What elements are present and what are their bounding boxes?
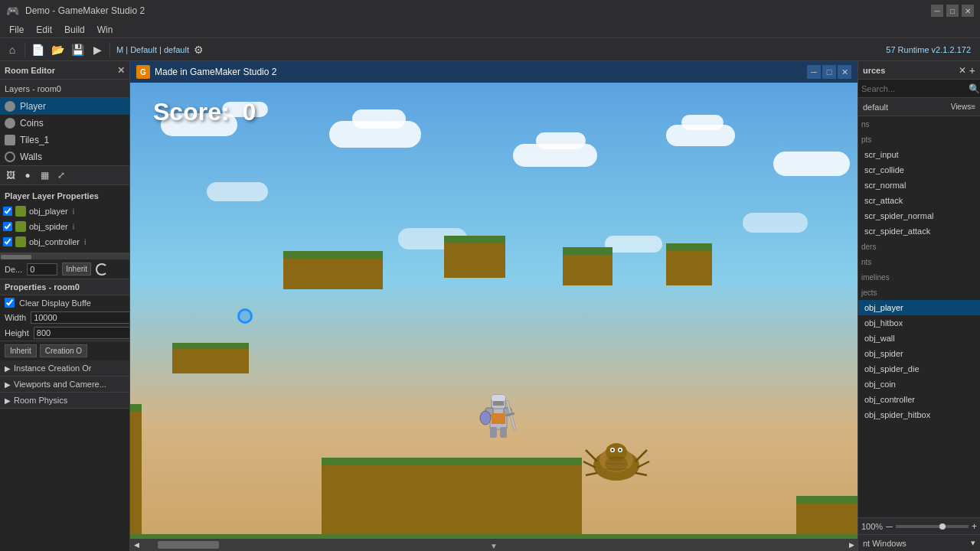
- resource-scr-normal[interactable]: scr_normal: [858, 178, 980, 193]
- layer-path-button[interactable]: ⤢: [54, 168, 69, 183]
- resource-obj-player[interactable]: obj_player: [858, 300, 980, 315]
- views-label: default: [863, 103, 888, 112]
- h-scrollbar[interactable]: [0, 253, 129, 259]
- resource-obj-wall[interactable]: obj_wall: [858, 331, 980, 346]
- instance-controller-checkbox[interactable]: [3, 237, 12, 246]
- resources-add-button[interactable]: +: [969, 64, 975, 77]
- resources-close-button[interactable]: ✕: [959, 65, 966, 76]
- search-input[interactable]: [861, 84, 967, 93]
- scroll-thumb: [158, 541, 219, 549]
- refresh-icon[interactable]: [96, 263, 108, 276]
- gms-close-btn[interactable]: ✕: [838, 65, 851, 79]
- zoom-plus-button[interactable]: +: [972, 521, 977, 532]
- layer-player[interactable]: Player: [0, 98, 129, 115]
- player-sprite: [475, 381, 521, 442]
- resource-obj-hitbox[interactable]: obj_hitbox: [858, 315, 980, 331]
- layer-tile-button[interactable]: ▦: [37, 168, 52, 183]
- layer-circle-button[interactable]: ●: [20, 168, 35, 183]
- recent-windows[interactable]: nt Windows ▾: [858, 534, 980, 551]
- instance-spider-icon: [15, 221, 26, 232]
- height-row: Height: [0, 325, 129, 341]
- new-button[interactable]: 📄: [28, 41, 47, 59]
- resource-scr-collide[interactable]: scr_collide: [858, 162, 980, 178]
- resource-obj-spider-die[interactable]: obj_spider_die: [858, 361, 980, 377]
- svg-point-18: [619, 449, 622, 452]
- menu-build[interactable]: Build: [58, 21, 91, 37]
- gms-maximize-btn[interactable]: □: [822, 65, 836, 79]
- views-row[interactable]: default Views≡: [858, 98, 980, 116]
- resource-scr-spider-normal[interactable]: scr_spider_normal: [858, 208, 980, 223]
- instance-player-checkbox[interactable]: [3, 207, 12, 216]
- spider-enemy: [582, 431, 643, 477]
- center-panel: G Made in GameMaker Studio 2 ─ □ ✕: [130, 61, 858, 551]
- scroll-indicator[interactable]: ▼: [475, 540, 513, 551]
- room-physics-row[interactable]: ▶ Room Physics: [0, 393, 129, 409]
- recent-windows-label: nt Windows: [863, 539, 906, 548]
- score-value: 0: [242, 98, 256, 126]
- game-scene: Score: 0: [130, 83, 858, 551]
- zoom-slider[interactable]: [896, 525, 969, 528]
- close-button[interactable]: ✕: [962, 5, 974, 17]
- save-button[interactable]: 💾: [68, 41, 87, 59]
- instance-spider-checkbox[interactable]: [3, 222, 12, 231]
- room-editor-close[interactable]: ✕: [117, 65, 125, 76]
- width-label: Width: [5, 313, 26, 322]
- open-button[interactable]: 📂: [48, 41, 67, 59]
- width-input[interactable]: [31, 311, 130, 324]
- resource-section-objects: jects: [858, 285, 980, 300]
- scroll-right-button[interactable]: ▶: [845, 539, 858, 551]
- instance-row-controller: obj_controller i: [0, 234, 129, 249]
- score-display: Score: 0: [153, 98, 256, 126]
- layer-walls[interactable]: Walls: [0, 148, 129, 165]
- resource-scr-attack[interactable]: scr_attack: [858, 193, 980, 208]
- inherit-button[interactable]: Inherit: [62, 262, 91, 276]
- instance-player-suffix: i: [73, 207, 74, 216]
- play-button[interactable]: ▶: [88, 41, 106, 59]
- menu-bar: File Edit Build Win: [0, 21, 980, 38]
- instance-creation-row[interactable]: ▶ Instance Creation Or: [0, 360, 129, 377]
- resource-obj-spider-hitbox[interactable]: obj_spider_hitbox: [858, 407, 980, 422]
- menu-win[interactable]: Win: [91, 21, 119, 37]
- zoom-minus-button[interactable]: ─: [886, 521, 893, 532]
- gms-win-controls: ─ □ ✕: [807, 65, 851, 79]
- depth-input[interactable]: 0: [27, 263, 57, 276]
- layer-walls-label: Walls: [20, 152, 42, 162]
- layer-player-icon: [5, 101, 15, 112]
- room-editor-header: Room Editor ✕: [0, 61, 129, 80]
- title-bar: 🎮 Demo - GameMaker Studio 2 ─ □ ✕: [0, 0, 980, 21]
- layer-coins[interactable]: Coins: [0, 115, 129, 132]
- minimize-button[interactable]: ─: [931, 5, 943, 17]
- resource-obj-coin[interactable]: obj_coin: [858, 377, 980, 392]
- settings-icon: ⚙: [194, 44, 204, 56]
- clear-display-checkbox[interactable]: [5, 298, 15, 308]
- inherit-room-button[interactable]: Inherit: [5, 344, 37, 357]
- depth-row: De... 0 Inherit: [0, 259, 129, 279]
- player-layer-title: Player Layer Properties: [0, 188, 129, 204]
- resource-obj-spider[interactable]: obj_spider: [858, 346, 980, 361]
- zoom-bar: 100% ─ +: [858, 517, 980, 534]
- resource-obj-controller[interactable]: obj_controller: [858, 392, 980, 407]
- home-button[interactable]: ⌂: [3, 41, 21, 59]
- viewports-row[interactable]: ▶ Viewports and Camere...: [0, 377, 129, 393]
- creation-button[interactable]: Creation O: [40, 344, 87, 357]
- menu-file[interactable]: File: [3, 21, 30, 37]
- resource-section-ders: ders: [858, 239, 980, 254]
- search-bar: 🔍 ▾ ◀ ▶: [858, 80, 980, 98]
- gms-minimize-btn[interactable]: ─: [807, 65, 821, 79]
- height-label: Height: [5, 328, 29, 337]
- score-label: Score:: [153, 98, 230, 126]
- cloud-4b: [681, 115, 724, 130]
- resource-scr-spider-attack[interactable]: scr_spider_attack: [858, 223, 980, 239]
- layer-add-button[interactable]: 🖼: [3, 168, 18, 183]
- search-icon-button[interactable]: 🔍: [969, 83, 980, 94]
- layer-tiles1[interactable]: Tiles_1: [0, 132, 129, 148]
- views-icon: Views≡: [951, 103, 975, 111]
- height-input[interactable]: [34, 327, 130, 339]
- resource-scr-input[interactable]: scr_input: [858, 147, 980, 162]
- scroll-left-button[interactable]: ◀: [130, 539, 142, 551]
- mode-label: M | Default | default: [113, 45, 192, 54]
- resource-section-timelines: imelines: [858, 269, 980, 285]
- menu-edit[interactable]: Edit: [30, 21, 58, 37]
- maximize-button[interactable]: □: [946, 5, 959, 17]
- layer-player-label: Player: [20, 101, 46, 112]
